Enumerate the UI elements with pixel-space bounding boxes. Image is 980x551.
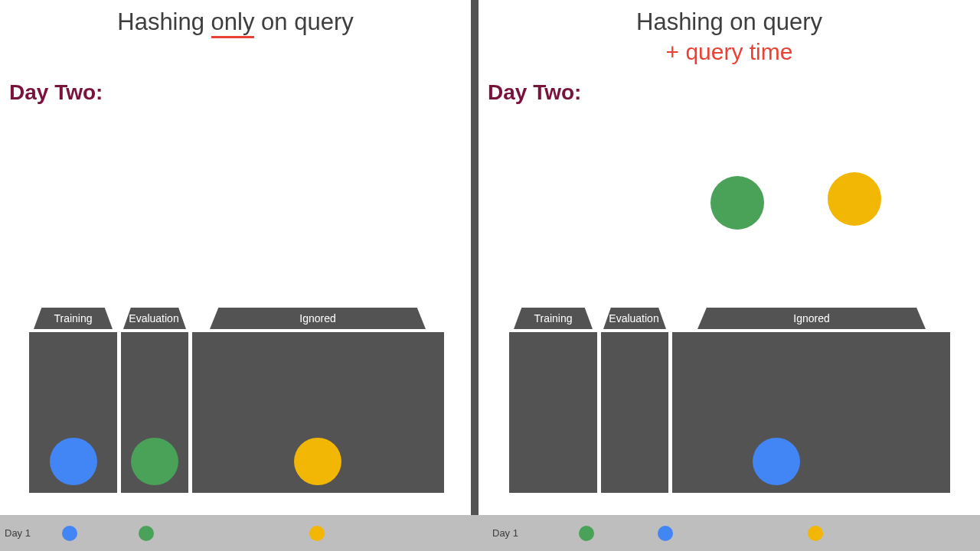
ball-blue [50, 438, 97, 485]
left-bins: Training Evaluation Ignored [29, 308, 444, 493]
left-title: Hashing only on query [0, 8, 471, 37]
r-training-label: Training [514, 308, 593, 329]
right-bins: Training Evaluation Ignored [494, 308, 938, 493]
right-panel: Hashing on query + query time Day Two: T… [479, 0, 980, 551]
ignored-label: Ignored [210, 308, 426, 329]
right-title-line2: + query time [666, 39, 793, 64]
evaluation-label: Evaluation [119, 308, 188, 329]
r-ignored-label: Ignored [697, 308, 926, 329]
r-training-bin [509, 332, 597, 493]
timeline: Day 1 Day 1 [0, 515, 980, 551]
left-day-label: Day Two: [9, 80, 103, 105]
tl-left-dot-green [139, 526, 154, 541]
title-pre: Hashing [117, 8, 211, 35]
timeline-label-right: Day 1 [492, 527, 518, 539]
float-ball-green [710, 176, 764, 230]
right-title: Hashing on query + query time [479, 8, 980, 67]
r-evaluation-bin [601, 332, 668, 493]
tl-left-dot-blue [62, 526, 77, 541]
tl-left-dot-yellow [309, 526, 325, 541]
float-ball-yellow [828, 172, 881, 226]
ball-yellow [294, 438, 341, 485]
right-title-line1: Hashing on query [636, 8, 822, 35]
tl-right-dot-green [579, 526, 594, 541]
timeline-label-left: Day 1 [5, 527, 31, 539]
title-post: on query [254, 8, 353, 35]
right-day-label: Day Two: [488, 80, 581, 105]
tl-right-dot-yellow [808, 526, 823, 541]
r-ignored-bin [672, 332, 950, 493]
title-underline: only [211, 8, 255, 38]
ball-green [131, 438, 178, 485]
vertical-divider [471, 0, 479, 551]
training-label: Training [34, 308, 113, 329]
tl-right-dot-blue [658, 526, 673, 541]
r-ball-blue [753, 438, 800, 485]
left-panel: Hashing only on query Day Two: Training … [0, 0, 471, 551]
r-evaluation-label: Evaluation [599, 308, 668, 329]
